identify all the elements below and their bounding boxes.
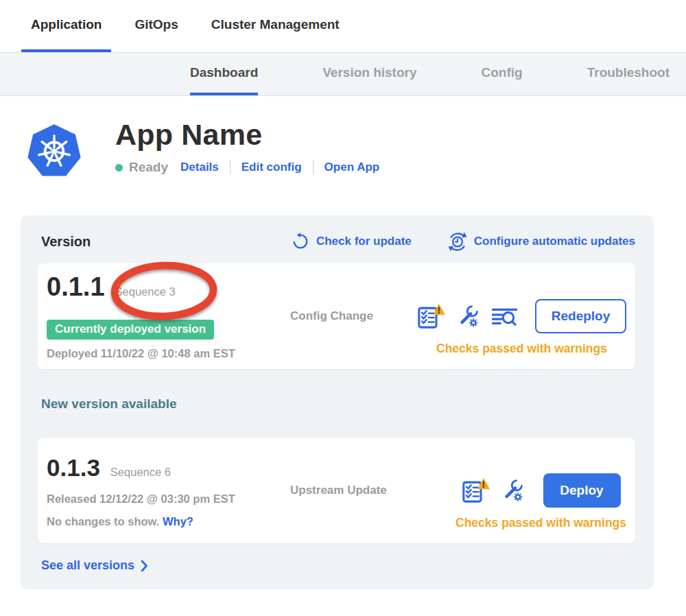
refresh-icon	[291, 232, 310, 251]
tab-application-label: Application	[31, 17, 102, 32]
tab-config[interactable]: Config	[482, 53, 523, 95]
auto-update-clock-icon	[447, 231, 468, 252]
redeploy-button[interactable]: Redeploy	[535, 299, 626, 333]
configure-automatic-updates-button[interactable]: Configure automatic updates	[447, 231, 635, 252]
available-checks-status[interactable]: Checks passed with warnings	[456, 516, 626, 530]
currently-deployed-badge: Currently deployed version	[47, 320, 214, 340]
check-for-update-label: Check for update	[316, 235, 412, 248]
deployed-checks-status[interactable]: Checks passed with warnings	[436, 342, 607, 356]
diff-view-icon[interactable]	[492, 305, 517, 327]
deployed-version-number: 0.1.1	[47, 272, 105, 302]
tab-cluster-management[interactable]: Cluster Management	[202, 0, 349, 52]
tab-config-label: Config	[482, 65, 523, 80]
deployed-version-sequence: Sequence 3	[115, 285, 176, 298]
available-version-source: Upstream Update	[290, 484, 417, 497]
why-link[interactable]: Why?	[163, 515, 193, 528]
tab-version-history-label: Version history	[322, 65, 416, 80]
tab-troubleshoot[interactable]: Troubleshoot	[587, 53, 670, 95]
open-app-link[interactable]: Open App	[324, 161, 380, 174]
tab-dashboard[interactable]: Dashboard	[190, 53, 258, 95]
tab-troubleshoot-label: Troubleshoot	[587, 65, 670, 80]
status-label: Ready	[129, 160, 168, 175]
deployed-version-source: Config Change	[290, 309, 417, 323]
divider	[313, 161, 314, 174]
config-wrench-icon[interactable]	[501, 479, 525, 503]
released-timestamp: Released 12/12/22 @ 03:30 pm EST	[47, 493, 290, 506]
main-nav: Application GitOps Cluster Management	[0, 0, 686, 52]
details-link[interactable]: Details	[180, 161, 219, 174]
tab-application[interactable]: Application	[21, 0, 111, 52]
new-version-heading: New version available	[41, 396, 635, 412]
config-wrench-icon[interactable]	[457, 305, 481, 329]
deployed-timestamp: Deployed 11/10/22 @ 10:48 am EST	[47, 347, 290, 360]
tab-version-history[interactable]: Version history	[322, 53, 416, 95]
configure-automatic-updates-label: Configure automatic updates	[474, 235, 635, 248]
tab-cluster-management-label: Cluster Management	[211, 17, 340, 32]
tab-gitops-label: GitOps	[134, 17, 178, 32]
see-all-versions-link[interactable]: See all versions	[41, 558, 148, 573]
edit-config-link[interactable]: Edit config	[241, 161, 302, 174]
tab-gitops[interactable]: GitOps	[125, 0, 187, 52]
preflight-checks-icon[interactable]	[462, 477, 490, 504]
app-header: App Name Ready Details Edit config Open …	[25, 119, 686, 180]
deployed-version-card: 0.1.1 Sequence 3 Currently deployed vers…	[38, 263, 635, 369]
app-sub-nav: Dashboard Version history Config Trouble…	[0, 52, 686, 96]
check-for-update-button[interactable]: Check for update	[291, 232, 412, 251]
page-title: App Name	[115, 119, 379, 150]
chevron-right-icon	[141, 560, 148, 572]
available-version-card: 0.1.3 Sequence 6 Released 12/12/22 @ 03:…	[38, 438, 635, 543]
divider	[230, 161, 230, 174]
available-version-sequence: Sequence 6	[110, 466, 171, 479]
version-panel: Version Check for update Configure autom…	[21, 215, 654, 589]
see-all-versions-label: See all versions	[41, 558, 134, 573]
preflight-checks-icon[interactable]	[417, 303, 446, 329]
version-section-title: Version	[41, 234, 91, 250]
no-changes-note: No changes to show.	[47, 515, 159, 528]
tab-dashboard-label: Dashboard	[190, 65, 258, 80]
status-dot	[115, 164, 123, 171]
deploy-button[interactable]: Deploy	[543, 473, 621, 508]
kubernetes-logo	[25, 121, 84, 180]
available-version-number: 0.1.3	[47, 454, 100, 482]
